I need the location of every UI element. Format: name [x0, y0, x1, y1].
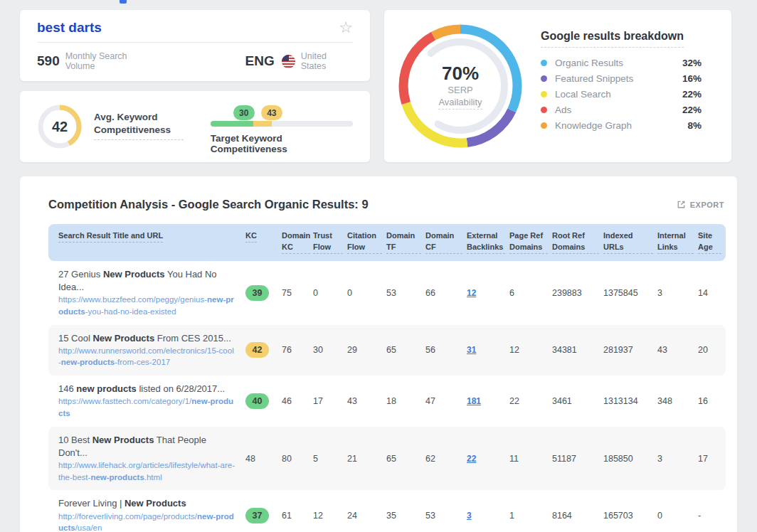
- site-age-cell: 17: [698, 454, 726, 464]
- legend-value: 32%: [682, 58, 702, 68]
- table-row: 27 Genius New Products You Had No Idea..…: [48, 261, 726, 325]
- serp-donut-chart: 70% SERP Availability: [398, 24, 522, 148]
- result-url-link[interactable]: https://www.fasttech.com/category/1/new-…: [58, 395, 235, 419]
- serp-availability-value: 70%: [442, 63, 479, 85]
- column-header: Citation Flow: [347, 230, 386, 254]
- trust-flow-cell: 5: [313, 454, 347, 464]
- column-header: Trust Flow: [313, 230, 347, 254]
- external-backlinks-link[interactable]: 3: [467, 511, 472, 521]
- keyword-title: best darts: [37, 20, 102, 36]
- internal-links-cell: 43: [657, 345, 698, 355]
- domain-tf-cell: 53: [386, 288, 425, 298]
- legend-label: Featured Snippets: [555, 73, 682, 84]
- trust-flow-cell: 30: [313, 345, 347, 355]
- competitiveness-card: 42 Avg. Keyword Competitiveness 30 43 Ta…: [20, 91, 370, 162]
- table-header-row: Search Result Title and URLKCDomain KCTr…: [48, 224, 726, 261]
- competition-analysis-card: Competition Analysis - Google Search Org…: [20, 176, 737, 532]
- indexed-urls-cell: 1375845: [603, 288, 657, 298]
- citation-flow-cell: 29: [347, 345, 386, 355]
- kc-badge: 37: [245, 508, 269, 523]
- column-header-label[interactable]: Root Ref Domains: [552, 230, 599, 254]
- column-header-label[interactable]: Site Age: [698, 230, 721, 254]
- domain-tf-cell: 65: [386, 454, 425, 464]
- table-row: 15 Cool New Products From CES 2015... ht…: [48, 325, 726, 376]
- kc-value: 48: [245, 454, 255, 464]
- page-ref-domains-cell: 1: [509, 511, 552, 521]
- indexed-urls-cell: 165703: [603, 511, 657, 521]
- legend-value: 22%: [682, 105, 702, 115]
- export-button[interactable]: EXPORT: [677, 200, 724, 209]
- domain-cf-cell: 47: [425, 396, 467, 406]
- cut-off-logo: [120, 0, 127, 4]
- external-backlinks-link[interactable]: 31: [467, 345, 476, 355]
- serp-label-line1: SERP: [448, 85, 472, 97]
- trust-flow-cell: 17: [313, 396, 347, 406]
- legend-item: Knowledge Graph 8%: [541, 120, 702, 131]
- avg-kc-label[interactable]: Avg. Keyword Competitiveness: [94, 111, 184, 140]
- column-header-label[interactable]: Domain CF: [425, 230, 462, 254]
- legend-dot-icon: [541, 60, 547, 66]
- trust-flow-cell: 0: [313, 288, 347, 298]
- page-ref-domains-cell: 22: [509, 396, 552, 406]
- column-header-label[interactable]: Search Result Title and URL: [58, 230, 163, 243]
- page-ref-domains-cell: 12: [509, 345, 552, 355]
- favorite-star-icon[interactable]: ☆: [339, 20, 353, 36]
- search-volume-label: Monthly Search Volume: [65, 51, 157, 71]
- indexed-urls-cell: 1313134: [603, 396, 657, 406]
- kc-cell: 40: [245, 393, 282, 409]
- kc-cell: 42: [245, 342, 282, 358]
- column-header: Site Age: [698, 230, 726, 254]
- result-url-link[interactable]: http://www.lifehack.org/articles/lifesty…: [58, 459, 235, 483]
- result-url-link[interactable]: http://foreverliving.com/page/products/n…: [58, 511, 235, 532]
- column-header-label[interactable]: KC: [245, 230, 257, 243]
- kc-badge: 40: [245, 393, 269, 409]
- column-header-label[interactable]: Domain KC: [282, 230, 310, 254]
- column-header: Search Result Title and URL: [48, 230, 245, 243]
- kc-badge: 39: [245, 285, 269, 301]
- column-header-label[interactable]: Indexed URLs: [603, 230, 653, 254]
- internal-links-cell: 3: [657, 454, 698, 464]
- internal-links-cell: 0: [657, 511, 698, 521]
- result-url-link[interactable]: http://www.runnersworld.com/electronics/…: [58, 345, 235, 368]
- serp-label-line2[interactable]: Availability: [438, 97, 482, 110]
- legend-item: Ads 22%: [541, 105, 702, 115]
- indexed-urls-cell: 281937: [603, 345, 657, 355]
- table-title: Competition Analysis - Google Search Org…: [48, 198, 369, 211]
- column-header: Domain CF: [425, 230, 467, 254]
- avg-kc-gauge: 42: [37, 104, 83, 149]
- root-ref-domains-cell: 8164: [552, 511, 603, 521]
- page-ref-domains-cell: 6: [509, 288, 552, 298]
- serp-breakdown-card: 70% SERP Availability Google results bre…: [384, 10, 731, 162]
- legend-item: Local Search 22%: [541, 89, 702, 100]
- avg-kc-value: 42: [37, 104, 83, 149]
- result-title: 146 new products listed on 6/28/2017...: [58, 383, 235, 395]
- external-backlinks-link[interactable]: 12: [467, 288, 476, 298]
- domain-tf-cell: 35: [386, 511, 425, 521]
- table-row: 10 Best New Products That People Don't..…: [48, 427, 726, 491]
- target-kc-high-badge: 43: [261, 105, 282, 120]
- column-header-label[interactable]: Page Ref Domains: [509, 230, 548, 254]
- root-ref-domains-cell: 239883: [552, 288, 603, 298]
- column-header-label[interactable]: Trust Flow: [313, 230, 343, 254]
- column-header-label[interactable]: External Backlinks: [467, 230, 505, 254]
- domain-kc-cell: 76: [282, 345, 313, 355]
- citation-flow-cell: 0: [347, 288, 386, 298]
- domain-kc-cell: 61: [282, 511, 313, 521]
- domain-cf-cell: 66: [425, 288, 467, 298]
- column-header-label[interactable]: Citation Flow: [347, 230, 382, 254]
- external-backlinks-link[interactable]: 181: [467, 396, 481, 406]
- column-header: Domain KC: [282, 230, 313, 254]
- result-url-link[interactable]: https://www.buzzfeed.com/peggy/genius-ne…: [58, 294, 235, 317]
- domain-cf-cell: 53: [425, 511, 467, 521]
- external-backlinks-link[interactable]: 22: [467, 454, 476, 464]
- citation-flow-cell: 21: [347, 454, 386, 464]
- divider: [37, 42, 353, 43]
- column-header-label[interactable]: Domain TF: [386, 230, 421, 254]
- us-flag-icon: [282, 55, 295, 68]
- internal-links-cell: 3: [657, 288, 698, 298]
- domain-tf-cell: 18: [386, 396, 425, 406]
- table-row: 146 new products listed on 6/28/2017... …: [48, 376, 726, 427]
- result-title: 27 Genius New Products You Had No Idea..…: [58, 268, 235, 294]
- language-code: ENG: [245, 53, 275, 69]
- column-header-label[interactable]: Internal Links: [657, 230, 694, 254]
